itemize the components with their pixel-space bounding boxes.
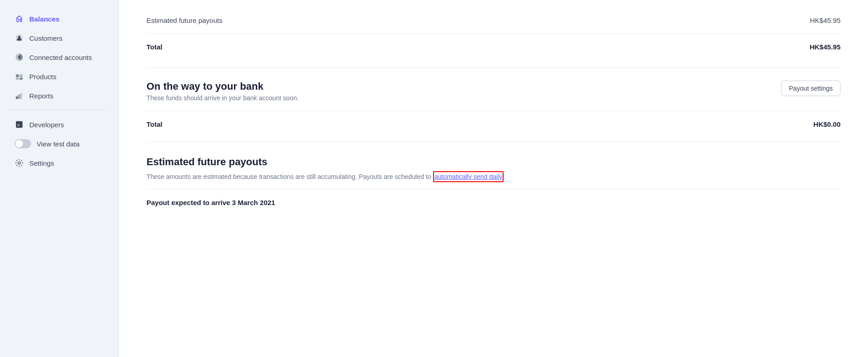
- payout-settings-button[interactable]: Payout settings: [781, 81, 841, 96]
- estimated-future-payouts-section: Estimated future payouts HK$45.95 Total …: [146, 0, 841, 68]
- svg-rect-9: [17, 95, 19, 99]
- products-icon: [15, 72, 24, 81]
- sidebar-item-customers[interactable]: Customers: [4, 29, 115, 47]
- total-label-1: Total: [146, 43, 163, 51]
- sidebar-item-products[interactable]: Products: [4, 67, 115, 86]
- total-label-2: Total: [146, 120, 163, 128]
- svg-rect-5: [20, 75, 22, 77]
- payout-expected-label: Payout expected to arrive 3 March 2021: [146, 189, 841, 206]
- sidebar-divider: [7, 110, 111, 110]
- sidebar-item-reports-label: Reports: [29, 92, 54, 100]
- automatically-send-daily-link[interactable]: automatically send daily: [433, 171, 504, 182]
- on-the-way-title: On the way to your bank: [146, 81, 298, 92]
- sidebar-item-customers-label: Customers: [29, 34, 63, 42]
- connected-accounts-icon: [15, 53, 24, 62]
- sidebar-item-balances[interactable]: Balances: [4, 10, 115, 28]
- developers-icon: >_: [15, 120, 24, 129]
- estimated-section-desc: These amounts are estimated because tran…: [146, 172, 841, 182]
- sidebar-item-connected-accounts[interactable]: Connected accounts: [4, 48, 115, 66]
- view-test-data-toggle[interactable]: View test data: [4, 135, 115, 153]
- balances-icon: [15, 14, 24, 23]
- svg-rect-10: [19, 94, 21, 99]
- svg-rect-4: [16, 75, 19, 77]
- sidebar: Balances Customers Connected accounts: [0, 0, 119, 357]
- main-content: Estimated future payouts HK$45.95 Total …: [119, 0, 868, 357]
- total-divider-2: Total HK$0.00: [146, 111, 841, 131]
- settings-icon: [15, 158, 24, 168]
- svg-point-3: [18, 56, 20, 58]
- estimated-section: Estimated future payouts These amounts a…: [146, 142, 841, 216]
- sidebar-item-settings[interactable]: Settings: [4, 154, 115, 172]
- sidebar-item-products-label: Products: [29, 73, 56, 81]
- estimated-future-payouts-label: Estimated future payouts: [146, 16, 222, 24]
- estimated-future-payouts-row: Estimated future payouts HK$45.95: [146, 14, 841, 27]
- on-the-way-section: On the way to your bank These funds shou…: [146, 68, 841, 142]
- estimated-desc-before: These amounts are estimated because tran…: [146, 173, 433, 180]
- on-the-way-subtitle: These funds should arrive in your bank a…: [146, 94, 298, 102]
- customers-icon: [15, 33, 24, 43]
- total-divider-1: Total HK$45.95: [146, 33, 841, 54]
- total-row-2: Total HK$0.00: [146, 118, 841, 131]
- estimated-section-title: Estimated future payouts: [146, 156, 841, 168]
- svg-rect-6: [16, 78, 19, 80]
- on-the-way-header-text: On the way to your bank These funds shou…: [146, 81, 298, 102]
- reports-icon: [15, 91, 24, 100]
- sidebar-item-balances-label: Balances: [29, 15, 60, 23]
- total-value-2: HK$0.00: [814, 120, 841, 128]
- svg-rect-8: [16, 97, 17, 99]
- test-data-switch[interactable]: [15, 139, 31, 148]
- on-the-way-header: On the way to your bank These funds shou…: [146, 81, 841, 102]
- sidebar-item-reports[interactable]: Reports: [4, 87, 115, 105]
- sidebar-item-developers[interactable]: >_ Developers: [4, 115, 115, 134]
- svg-text:>_: >_: [17, 123, 23, 128]
- svg-point-14: [18, 162, 20, 164]
- estimated-future-payouts-value: HK$45.95: [810, 16, 841, 24]
- sidebar-item-settings-label: Settings: [29, 159, 54, 167]
- estimated-desc-after: .: [504, 173, 505, 180]
- svg-rect-7: [20, 78, 22, 80]
- total-row-1: Total HK$45.95: [146, 40, 841, 54]
- total-value-1: HK$45.95: [809, 43, 841, 51]
- svg-rect-11: [21, 93, 22, 99]
- sidebar-item-connected-accounts-label: Connected accounts: [29, 54, 92, 61]
- view-test-data-label: View test data: [37, 140, 80, 148]
- sidebar-item-developers-label: Developers: [29, 121, 64, 129]
